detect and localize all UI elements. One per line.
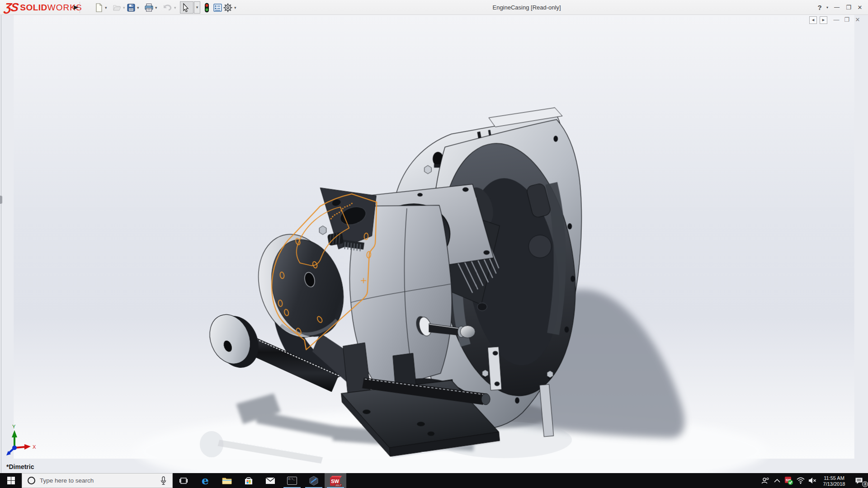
3d-viewer-button[interactable]	[303, 473, 325, 488]
chevron-up-icon	[774, 479, 780, 483]
hexagon-app-icon	[309, 476, 319, 486]
titlebar: ƷS SOLID WORKS ▶ ▾ ▾ ▾	[0, 0, 868, 15]
panel-splitter-handle[interactable]	[0, 196, 2, 204]
edge-button[interactable]: e	[194, 473, 216, 488]
store-icon	[244, 476, 253, 485]
menu-expand-arrow[interactable]: ▶	[72, 2, 80, 12]
system-tray: SW 11:55 AM 7/13/2018	[760, 473, 868, 488]
window-title: EngineCasing [Read-only]	[492, 0, 561, 15]
xpress-products-button[interactable]	[203, 1, 211, 14]
doc-next-button[interactable]: ►	[820, 16, 827, 24]
help-button[interactable]: ?	[814, 0, 826, 15]
search-placeholder: Type here to search	[40, 477, 160, 484]
people-icon	[761, 477, 769, 484]
solidworks-logo: ƷS SOLID WORKS	[5, 1, 82, 14]
open-folder-icon	[113, 3, 122, 12]
file-explorer-icon	[222, 477, 232, 485]
task-view-button[interactable]	[173, 473, 194, 488]
new-document-button[interactable]: ▾	[93, 1, 108, 14]
action-center-button[interactable]: 3	[850, 473, 868, 488]
doc-minimize-button[interactable]: —	[832, 16, 841, 23]
select-cursor-icon	[181, 3, 190, 13]
people-tray-button[interactable]	[760, 473, 771, 488]
taskbar: Type here to search e	[0, 473, 868, 488]
file-explorer-button[interactable]	[216, 473, 238, 488]
store-button[interactable]	[238, 473, 259, 488]
save-button[interactable]: ▾	[125, 1, 141, 14]
minimize-button[interactable]: —	[832, 0, 842, 15]
start-button[interactable]	[0, 473, 22, 488]
new-document-icon	[94, 3, 104, 12]
orientation-triad[interactable]: Y X	[4, 424, 44, 462]
clock-time: 11:55 AM	[818, 475, 850, 481]
command-prompt-button[interactable]: C:\_	[281, 473, 303, 488]
edge-icon: e	[202, 474, 209, 487]
microphone-icon[interactable]	[160, 476, 167, 485]
triad-y-label: Y	[12, 424, 16, 429]
solidworks-tray-button[interactable]: SW	[783, 473, 795, 488]
doc-prev-button[interactable]: ◄	[809, 16, 817, 24]
graphics-viewport[interactable]: ◄ ► — ❐ ✕ Y X *Dimetric	[0, 15, 868, 473]
traffic-light-icon	[204, 3, 210, 13]
command-prompt-icon: C:\_	[287, 477, 297, 485]
orientation-label: *Dimetric	[6, 463, 34, 470]
network-tray-button[interactable]	[795, 473, 807, 488]
save-floppy-icon	[127, 3, 136, 12]
print-icon	[144, 3, 154, 12]
select-tool-caret[interactable]: ▾	[194, 1, 200, 14]
close-button[interactable]: ✕	[854, 0, 865, 15]
doc-restore-button[interactable]: ❐	[842, 16, 851, 23]
print-button[interactable]: ▾	[143, 1, 159, 14]
cortana-icon	[28, 477, 35, 484]
brand-solid: SOLID	[20, 3, 47, 13]
tray-overflow-button[interactable]	[771, 473, 783, 488]
help-caret[interactable]: ▾	[825, 0, 830, 15]
clock-date: 7/13/2018	[818, 481, 850, 487]
solidworks-2017-icon: SW 2017	[330, 476, 341, 486]
options-button[interactable]: ▾	[222, 1, 238, 14]
solidworks-status-icon: SW	[784, 476, 793, 485]
volume-muted-icon	[808, 477, 816, 484]
open-button[interactable]: ▾	[111, 1, 127, 14]
mail-button[interactable]	[259, 473, 281, 488]
engine-casing-model[interactable]	[0, 15, 868, 473]
triad-x-label: X	[33, 444, 36, 450]
solidworks-2017-button[interactable]: SW 2017	[325, 473, 346, 488]
gear-icon	[223, 3, 233, 13]
feature-panel-edge	[1, 15, 1, 473]
doc-close-button[interactable]: ✕	[853, 16, 862, 23]
properties-list-icon	[213, 3, 222, 12]
taskbar-search-box[interactable]: Type here to search	[22, 473, 173, 488]
wifi-icon	[797, 477, 805, 484]
toolbar-separator	[80, 2, 80, 13]
mail-icon	[265, 477, 275, 484]
taskbar-clock[interactable]: 11:55 AM 7/13/2018	[818, 474, 850, 487]
undo-icon	[163, 3, 173, 12]
task-view-icon	[179, 477, 188, 484]
undo-button[interactable]: ▾	[161, 1, 178, 14]
notification-badge: 3	[862, 481, 868, 487]
volume-tray-button[interactable]	[807, 473, 818, 488]
restore-button[interactable]: ❐	[844, 0, 854, 15]
windows-logo-icon	[7, 477, 15, 484]
dassault-mark-icon: ƷS	[4, 0, 19, 14]
select-tool-button[interactable]	[180, 1, 193, 14]
